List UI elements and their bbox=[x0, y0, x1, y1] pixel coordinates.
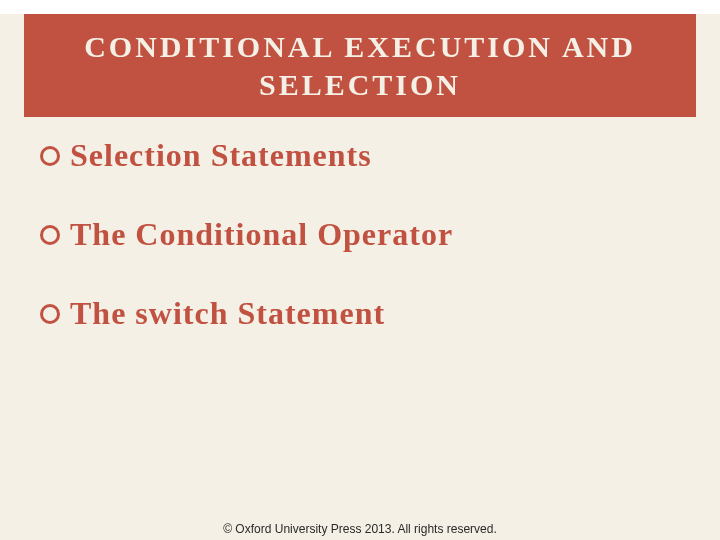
slide-title: CONDITIONAL EXECUTION AND SELECTION bbox=[24, 14, 696, 117]
footer-copyright: © Oxford University Press 2013. All righ… bbox=[0, 522, 720, 536]
bullet-list: Selection Statements The Conditional Ope… bbox=[0, 117, 720, 332]
bullet-icon bbox=[40, 146, 60, 166]
slide: CONDITIONAL EXECUTION AND SELECTION Sele… bbox=[0, 14, 720, 540]
bullet-icon bbox=[40, 304, 60, 324]
list-item: Selection Statements bbox=[40, 137, 680, 174]
bullet-text: Selection Statements bbox=[70, 137, 372, 174]
list-item: The switch Statement bbox=[40, 295, 680, 332]
bullet-text: The Conditional Operator bbox=[70, 216, 453, 253]
bullet-text: The switch Statement bbox=[70, 295, 385, 332]
bullet-icon bbox=[40, 225, 60, 245]
list-item: The Conditional Operator bbox=[40, 216, 680, 253]
